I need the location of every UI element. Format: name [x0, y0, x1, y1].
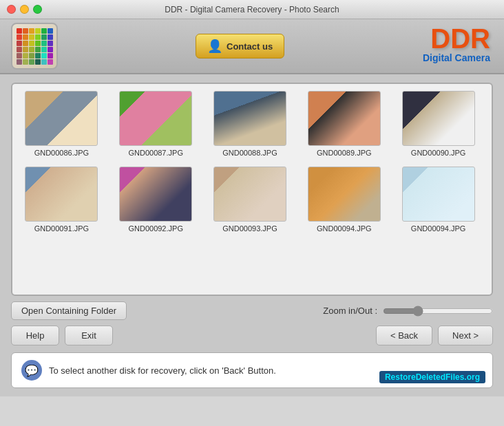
zoom-control: Zoom in/Out :	[323, 306, 493, 317]
photo-item[interactable]: GND00091.JPG	[19, 167, 104, 233]
photo-item[interactable]: GND00093.JPG	[208, 167, 293, 233]
help-button[interactable]: Help	[11, 326, 59, 345]
left-buttons: Help Exit	[11, 326, 113, 345]
app-logo	[11, 23, 58, 70]
main-content: GND00086.JPGGND00087.JPGGND00088.JPGGND0…	[0, 74, 504, 396]
brand-subtitle: Digital Camera	[423, 52, 490, 63]
photo-thumbnail[interactable]	[308, 167, 381, 222]
photo-filename: GND00094.JPG	[411, 224, 465, 233]
photo-grid: GND00086.JPGGND00087.JPGGND00088.JPGGND0…	[19, 91, 485, 233]
photo-grid-container[interactable]: GND00086.JPGGND00087.JPGGND00088.JPGGND0…	[11, 83, 493, 296]
photo-item[interactable]: GND00094.JPG	[396, 167, 481, 233]
window-title: DDR - Digital Camera Recovery - Photo Se…	[165, 5, 339, 14]
photo-item[interactable]: GND00086.JPG	[19, 91, 104, 157]
back-button[interactable]: < Back	[376, 326, 432, 345]
photo-thumbnail[interactable]	[119, 91, 192, 146]
info-message: To select another disk for recovery, cli…	[49, 365, 276, 376]
exit-button[interactable]: Exit	[65, 326, 113, 345]
photo-filename: GND00094.JPG	[317, 224, 371, 233]
photo-item[interactable]: GND00087.JPG	[114, 91, 198, 157]
info-bar: 💬 To select another disk for recovery, c…	[11, 352, 493, 388]
contact-button[interactable]: 👤 Contact us	[196, 34, 284, 58]
photo-thumbnail[interactable]	[402, 91, 475, 146]
contact-icon: 👤	[207, 39, 222, 54]
minimize-button[interactable]	[20, 5, 29, 14]
photo-filename: GND00091.JPG	[34, 224, 89, 233]
photo-thumbnail[interactable]	[213, 167, 286, 222]
watermark: RestoreDeletedFiles.org	[379, 371, 485, 383]
photo-filename: GND00092.JPG	[128, 224, 182, 233]
close-button[interactable]	[7, 5, 16, 14]
photo-thumbnail[interactable]	[402, 167, 475, 222]
next-button[interactable]: Next >	[438, 326, 493, 345]
photo-item[interactable]: GND00089.JPG	[302, 91, 386, 157]
photo-filename: GND00089.JPG	[317, 149, 371, 157]
app-header: 👤 Contact us DDR Digital Camera	[0, 19, 504, 74]
window-controls[interactable]	[7, 5, 42, 14]
zoom-slider[interactable]	[383, 306, 493, 317]
brand-name: DDR	[423, 25, 490, 52]
title-bar: DDR - Digital Camera Recovery - Photo Se…	[0, 0, 504, 19]
photo-filename: GND00090.JPG	[411, 149, 465, 157]
photo-item[interactable]: GND00094.JPG	[302, 167, 386, 233]
zoom-label: Zoom in/Out :	[323, 306, 377, 316]
photo-thumbnail[interactable]	[119, 167, 192, 222]
photo-thumbnail[interactable]	[25, 91, 98, 146]
photo-filename: GND00087.JPG	[128, 149, 182, 157]
photo-thumbnail[interactable]	[25, 167, 98, 222]
photo-item[interactable]: GND00092.JPG	[114, 167, 198, 233]
bottom-controls: Open Containing Folder Zoom in/Out :	[11, 296, 493, 323]
photo-item[interactable]: GND00090.JPG	[396, 91, 481, 157]
photo-thumbnail[interactable]	[308, 91, 381, 146]
photo-item[interactable]: GND00088.JPG	[208, 91, 293, 157]
nav-buttons: < Back Next >	[376, 326, 493, 345]
photo-filename: GND00088.JPG	[222, 149, 277, 157]
info-icon: 💬	[21, 360, 42, 381]
photo-filename: GND00086.JPG	[34, 149, 89, 157]
photo-thumbnail[interactable]	[213, 91, 286, 146]
maximize-button[interactable]	[33, 5, 42, 14]
brand-area: DDR Digital Camera	[423, 25, 490, 63]
photo-filename: GND00093.JPG	[222, 224, 277, 233]
action-row: Help Exit < Back Next >	[11, 323, 493, 350]
open-folder-button[interactable]: Open Containing Folder	[11, 301, 127, 320]
